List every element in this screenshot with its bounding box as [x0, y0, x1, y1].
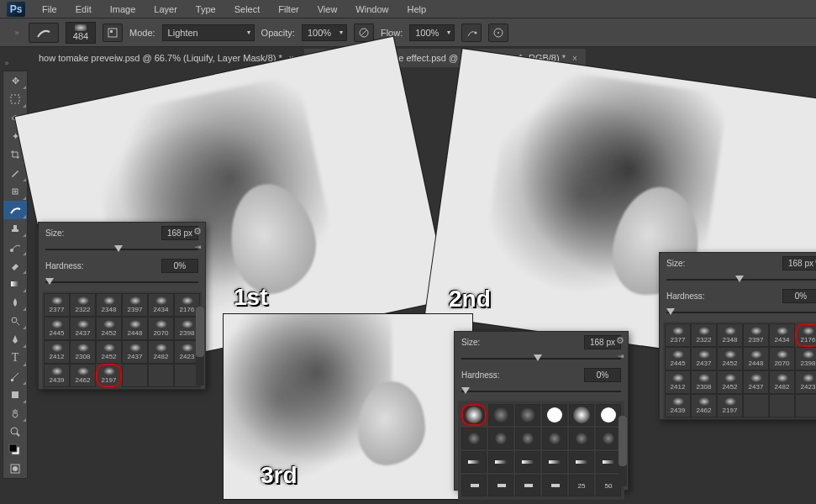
brush-preset-cell[interactable]	[122, 364, 148, 387]
brush-preset-cell[interactable]: 2348	[96, 293, 122, 317]
brush-preset-cell[interactable]: 2176	[795, 323, 816, 347]
brush-preset-cell[interactable]: 2482	[148, 340, 174, 364]
gear-icon[interactable]: ⚙	[616, 335, 624, 346]
opacity-dropdown[interactable]: 100%	[302, 24, 347, 41]
brush-preset-cell[interactable]	[769, 394, 795, 417]
brush-preset-cell[interactable]: 2322	[691, 323, 717, 347]
menu-window[interactable]: Window	[347, 2, 397, 17]
brush-preset-cell[interactable]	[461, 475, 487, 496]
brush-preset-cell[interactable]: 2452	[96, 317, 122, 340]
brush-preset-cell[interactable]	[515, 475, 540, 496]
history-brush-tool[interactable]	[3, 238, 27, 256]
brush-preset-cell[interactable]	[542, 475, 567, 496]
brush-preset-cell[interactable]: 50	[596, 475, 621, 496]
brush-preset-cell[interactable]	[488, 428, 513, 449]
pressure-size-icon[interactable]	[488, 24, 508, 42]
brush-preset-cell[interactable]: 2437	[70, 317, 96, 340]
airbrush-icon[interactable]	[461, 24, 482, 42]
size-slider[interactable]	[45, 244, 198, 255]
menu-edit[interactable]: Edit	[67, 2, 100, 17]
move-tool[interactable]: ✥	[3, 71, 27, 90]
color-swatch[interactable]	[3, 441, 27, 459]
brush-preset-cell[interactable]: 2445	[44, 317, 70, 340]
brush-preset-cell[interactable]	[515, 451, 540, 473]
brush-preset-cell[interactable]: 2462	[691, 394, 717, 417]
size-slider[interactable]	[666, 274, 816, 286]
menu-file[interactable]: File	[34, 2, 66, 17]
quickmask-tool[interactable]	[3, 459, 27, 478]
brush-preset-cell[interactable]: 2412	[665, 370, 691, 394]
brush-preset-cell[interactable]	[569, 451, 594, 473]
menu-view[interactable]: View	[309, 2, 346, 17]
brush-preset-cell[interactable]: 2437	[691, 347, 717, 370]
brush-preset-cell[interactable]	[488, 404, 513, 426]
brush-preset-cell[interactable]	[542, 451, 567, 473]
brush-preset-cell[interactable]: 2434	[769, 323, 795, 347]
brush-preset-cell[interactable]	[148, 364, 174, 387]
brush-tool[interactable]	[3, 201, 27, 219]
brush-preset-cell[interactable]	[596, 451, 621, 473]
pen-tool[interactable]	[3, 330, 27, 349]
hardness-input[interactable]: 0%	[584, 368, 621, 382]
brush-preset-cell[interactable]: 2070	[148, 317, 174, 340]
brush-preset-cell[interactable]: 2448	[122, 317, 148, 340]
brush-preset-cell[interactable]: 2437	[743, 370, 769, 394]
size-input[interactable]: 168 px	[782, 256, 816, 270]
hardness-slider[interactable]	[461, 386, 621, 397]
brush-preset-cell[interactable]	[461, 428, 487, 449]
brush-panel-toggle-icon[interactable]	[103, 24, 123, 42]
flow-dropdown[interactable]: 100%	[409, 24, 455, 41]
scrollbar[interactable]	[619, 416, 627, 486]
brush-preset-cell[interactable]	[569, 404, 594, 426]
menu-help[interactable]: Help	[398, 2, 434, 17]
brush-preset-cell[interactable]: 2412	[44, 340, 70, 364]
size-slider[interactable]	[461, 353, 621, 365]
menu-type[interactable]: Type	[187, 2, 224, 17]
blur-tool[interactable]	[3, 293, 27, 312]
brush-preset-cell[interactable]: 2439	[665, 394, 691, 417]
brush-preset-cell[interactable]: 2448	[743, 347, 769, 370]
zoom-tool[interactable]	[3, 423, 27, 441]
brush-preset-cell[interactable]: 2397	[122, 293, 148, 317]
hardness-slider[interactable]	[666, 307, 816, 318]
brush-preset-cell[interactable]: 2348	[717, 323, 743, 347]
brush-preset-cell[interactable]: 2308	[691, 370, 717, 394]
brush-preset-cell[interactable]: 2423	[795, 370, 816, 394]
brush-preset-cell[interactable]: 2070	[769, 347, 795, 370]
hardness-input[interactable]: 0%	[161, 259, 198, 273]
brush-preset-cell[interactable]: 2197	[96, 364, 122, 387]
brush-preset-cell[interactable]: 2462	[70, 364, 96, 387]
brush-preset-cell[interactable]	[515, 404, 540, 426]
brush-preset-cell[interactable]: 2452	[717, 347, 743, 370]
brush-preset-cell[interactable]: 2445	[665, 347, 691, 370]
current-tool-icon[interactable]	[29, 23, 59, 43]
brush-preset-cell[interactable]	[461, 404, 487, 426]
shape-tool[interactable]	[3, 386, 27, 404]
brush-preset-cell[interactable]: 2434	[148, 293, 174, 317]
brush-preset-cell[interactable]: 2398	[795, 347, 816, 370]
brush-preset-cell[interactable]	[488, 475, 513, 496]
stamp-tool[interactable]	[3, 219, 27, 238]
healing-tool[interactable]	[3, 182, 27, 201]
eyedropper-tool[interactable]	[3, 164, 27, 182]
hand-tool[interactable]	[3, 404, 27, 423]
brush-preset-picker[interactable]: 484	[66, 22, 96, 44]
path-tool[interactable]	[3, 367, 27, 386]
brush-preset-cell[interactable]	[461, 451, 487, 473]
eraser-tool[interactable]	[3, 256, 27, 275]
brush-preset-cell[interactable]	[596, 428, 621, 449]
collapse-icon[interactable]: »	[12, 20, 22, 45]
gear-icon[interactable]: ⚙	[193, 226, 202, 237]
brush-preset-cell[interactable]: 2322	[70, 293, 96, 317]
brush-preset-cell[interactable]: 25	[569, 475, 594, 496]
type-tool[interactable]: T	[3, 349, 27, 367]
gradient-tool[interactable]	[3, 275, 27, 293]
close-icon[interactable]: ×	[572, 54, 577, 63]
pressure-opacity-icon[interactable]	[354, 24, 374, 42]
brush-preset-cell[interactable]	[743, 394, 769, 417]
menu-filter[interactable]: Filter	[270, 2, 307, 17]
mode-dropdown[interactable]: Lighten	[162, 24, 255, 41]
hardness-input[interactable]: 0%	[782, 289, 816, 303]
menu-select[interactable]: Select	[226, 2, 269, 17]
brush-preset-cell[interactable]	[542, 428, 567, 449]
